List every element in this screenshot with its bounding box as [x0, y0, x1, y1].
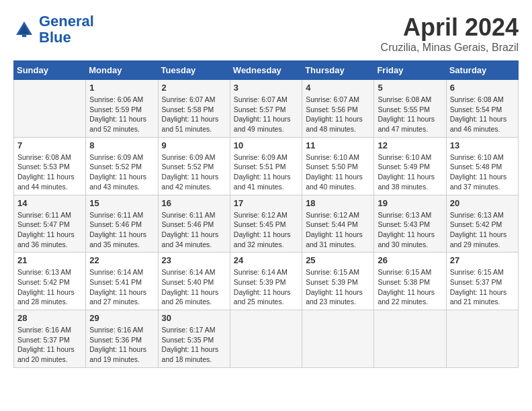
- calendar-cell: 8Sunrise: 6:09 AMSunset: 5:52 PMDaylight…: [86, 137, 158, 195]
- calendar-cell: [374, 310, 446, 368]
- calendar-cell: 7Sunrise: 6:08 AMSunset: 5:53 PMDaylight…: [14, 137, 86, 195]
- calendar-cell: 2Sunrise: 6:07 AMSunset: 5:58 PMDaylight…: [158, 80, 230, 138]
- title-block: April 2024 Cruzilia, Minas Gerais, Brazi…: [381, 13, 519, 54]
- day-number: 18: [306, 198, 370, 208]
- day-info: Sunrise: 6:10 AMSunset: 5:48 PMDaylight:…: [450, 152, 515, 192]
- calendar-cell: [446, 310, 518, 368]
- day-number: 6: [450, 83, 515, 93]
- month-title: April 2024: [381, 13, 519, 42]
- weekday-header: Thursday: [302, 61, 374, 80]
- day-info: Sunrise: 6:12 AMSunset: 5:44 PMDaylight:…: [306, 210, 370, 250]
- location: Cruzilia, Minas Gerais, Brazil: [381, 42, 519, 54]
- calendar-cell: 17Sunrise: 6:12 AMSunset: 5:45 PMDayligh…: [230, 195, 302, 253]
- day-number: 5: [378, 83, 442, 93]
- day-info: Sunrise: 6:15 AMSunset: 5:37 PMDaylight:…: [450, 267, 515, 307]
- weekday-header: Monday: [86, 61, 158, 80]
- day-number: 14: [17, 198, 82, 208]
- day-number: 24: [234, 255, 298, 265]
- calendar-cell: 26Sunrise: 6:15 AMSunset: 5:38 PMDayligh…: [374, 253, 446, 310]
- day-number: 1: [89, 83, 154, 93]
- day-info: Sunrise: 6:09 AMSunset: 5:51 PMDaylight:…: [234, 152, 298, 192]
- day-info: Sunrise: 6:10 AMSunset: 5:50 PMDaylight:…: [306, 152, 370, 192]
- day-number: 4: [306, 83, 370, 93]
- day-info: Sunrise: 6:11 AMSunset: 5:46 PMDaylight:…: [162, 210, 226, 250]
- calendar-cell: 16Sunrise: 6:11 AMSunset: 5:46 PMDayligh…: [158, 195, 230, 253]
- day-number: 7: [17, 140, 82, 150]
- calendar-cell: 14Sunrise: 6:11 AMSunset: 5:47 PMDayligh…: [14, 195, 86, 253]
- day-number: 16: [162, 198, 226, 208]
- day-info: Sunrise: 6:13 AMSunset: 5:43 PMDaylight:…: [378, 210, 442, 250]
- calendar-cell: 19Sunrise: 6:13 AMSunset: 5:43 PMDayligh…: [374, 195, 446, 253]
- day-info: Sunrise: 6:11 AMSunset: 5:46 PMDaylight:…: [89, 210, 154, 250]
- day-number: 8: [89, 140, 154, 150]
- day-number: 25: [306, 255, 370, 265]
- calendar-cell: 1Sunrise: 6:06 AMSunset: 5:59 PMDaylight…: [86, 80, 158, 138]
- day-number: 27: [450, 255, 515, 265]
- weekday-header: Friday: [374, 61, 446, 80]
- day-number: 19: [378, 198, 442, 208]
- day-info: Sunrise: 6:16 AMSunset: 5:37 PMDaylight:…: [17, 325, 82, 365]
- calendar-cell: 5Sunrise: 6:08 AMSunset: 5:55 PMDaylight…: [374, 80, 446, 138]
- calendar-cell: 23Sunrise: 6:14 AMSunset: 5:40 PMDayligh…: [158, 253, 230, 310]
- calendar-cell: [230, 310, 302, 368]
- day-number: 20: [450, 198, 515, 208]
- calendar-cell: [302, 310, 374, 368]
- day-number: 9: [162, 140, 226, 150]
- day-info: Sunrise: 6:08 AMSunset: 5:53 PMDaylight:…: [17, 152, 82, 192]
- calendar-cell: [14, 80, 86, 138]
- day-number: 26: [378, 255, 442, 265]
- day-info: Sunrise: 6:09 AMSunset: 5:52 PMDaylight:…: [162, 152, 226, 192]
- day-info: Sunrise: 6:16 AMSunset: 5:36 PMDaylight:…: [89, 325, 154, 365]
- calendar-cell: 9Sunrise: 6:09 AMSunset: 5:52 PMDaylight…: [158, 137, 230, 195]
- day-number: 10: [234, 140, 298, 150]
- calendar-cell: 20Sunrise: 6:13 AMSunset: 5:42 PMDayligh…: [446, 195, 518, 253]
- day-info: Sunrise: 6:17 AMSunset: 5:35 PMDaylight:…: [162, 325, 226, 365]
- day-info: Sunrise: 6:07 AMSunset: 5:56 PMDaylight:…: [306, 95, 370, 134]
- weekday-header: Tuesday: [158, 61, 230, 80]
- day-info: Sunrise: 6:15 AMSunset: 5:39 PMDaylight:…: [306, 267, 370, 307]
- calendar-cell: 30Sunrise: 6:17 AMSunset: 5:35 PMDayligh…: [158, 310, 230, 368]
- day-info: Sunrise: 6:07 AMSunset: 5:57 PMDaylight:…: [234, 95, 298, 134]
- day-number: 12: [378, 140, 442, 150]
- day-number: 15: [89, 198, 154, 208]
- day-info: Sunrise: 6:08 AMSunset: 5:55 PMDaylight:…: [378, 95, 442, 134]
- logo-icon: [13, 19, 35, 40]
- day-info: Sunrise: 6:13 AMSunset: 5:42 PMDaylight:…: [450, 210, 515, 250]
- day-info: Sunrise: 6:10 AMSunset: 5:49 PMDaylight:…: [378, 152, 442, 192]
- page-header: GeneralBlue April 2024 Cruzilia, Minas G…: [13, 13, 519, 54]
- day-info: Sunrise: 6:14 AMSunset: 5:41 PMDaylight:…: [89, 267, 154, 307]
- day-number: 21: [17, 255, 82, 265]
- calendar-cell: 22Sunrise: 6:14 AMSunset: 5:41 PMDayligh…: [86, 253, 158, 310]
- day-number: 30: [162, 313, 226, 323]
- day-number: 17: [234, 198, 298, 208]
- day-info: Sunrise: 6:11 AMSunset: 5:47 PMDaylight:…: [17, 210, 82, 250]
- calendar-cell: 10Sunrise: 6:09 AMSunset: 5:51 PMDayligh…: [230, 137, 302, 195]
- svg-rect-2: [22, 34, 26, 38]
- weekday-header: Saturday: [446, 61, 518, 80]
- day-info: Sunrise: 6:13 AMSunset: 5:42 PMDaylight:…: [17, 267, 82, 307]
- calendar-cell: 21Sunrise: 6:13 AMSunset: 5:42 PMDayligh…: [14, 253, 86, 310]
- calendar-cell: 6Sunrise: 6:08 AMSunset: 5:54 PMDaylight…: [446, 80, 518, 138]
- day-number: 29: [89, 313, 154, 323]
- day-number: 2: [162, 83, 226, 93]
- day-number: 3: [234, 83, 298, 93]
- day-info: Sunrise: 6:12 AMSunset: 5:45 PMDaylight:…: [234, 210, 298, 250]
- logo-text: GeneralBlue: [39, 13, 94, 46]
- weekday-header: Sunday: [14, 61, 86, 80]
- calendar-cell: 15Sunrise: 6:11 AMSunset: 5:46 PMDayligh…: [86, 195, 158, 253]
- calendar-cell: 27Sunrise: 6:15 AMSunset: 5:37 PMDayligh…: [446, 253, 518, 310]
- logo: GeneralBlue: [13, 13, 94, 46]
- day-number: 23: [162, 255, 226, 265]
- day-info: Sunrise: 6:06 AMSunset: 5:59 PMDaylight:…: [89, 95, 154, 134]
- calendar-table: SundayMondayTuesdayWednesdayThursdayFrid…: [13, 60, 519, 368]
- day-info: Sunrise: 6:08 AMSunset: 5:54 PMDaylight:…: [450, 95, 515, 134]
- calendar-cell: 12Sunrise: 6:10 AMSunset: 5:49 PMDayligh…: [374, 137, 446, 195]
- calendar-cell: 28Sunrise: 6:16 AMSunset: 5:37 PMDayligh…: [14, 310, 86, 368]
- calendar-cell: 24Sunrise: 6:14 AMSunset: 5:39 PMDayligh…: [230, 253, 302, 310]
- weekday-header: Wednesday: [230, 61, 302, 80]
- day-info: Sunrise: 6:14 AMSunset: 5:40 PMDaylight:…: [162, 267, 226, 307]
- day-number: 11: [306, 140, 370, 150]
- day-info: Sunrise: 6:09 AMSunset: 5:52 PMDaylight:…: [89, 152, 154, 192]
- calendar-cell: 25Sunrise: 6:15 AMSunset: 5:39 PMDayligh…: [302, 253, 374, 310]
- calendar-cell: 3Sunrise: 6:07 AMSunset: 5:57 PMDaylight…: [230, 80, 302, 138]
